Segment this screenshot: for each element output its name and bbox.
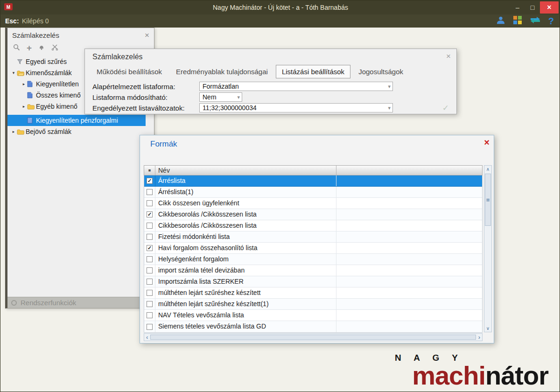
esc-action-label[interactable]: Kilépés 0 (22, 14, 49, 28)
scroll-right-icon[interactable]: › (478, 334, 480, 341)
table-row[interactable]: import számla tétel devizában (144, 265, 482, 276)
table-row[interactable]: Cikkbesorolás /Cikkösszesen lista (144, 220, 482, 231)
extra-column-header[interactable] (336, 166, 482, 175)
select-all-checkbox[interactable]: ■ (144, 166, 155, 175)
scroll-up-icon[interactable]: ∧ (486, 166, 490, 173)
sync-arrows-icon[interactable] (530, 16, 541, 26)
settings-tabs: Működési beállítások Eredményablak tulaj… (91, 65, 411, 78)
table-row[interactable]: Cikk összesen ügyfelenként (144, 198, 482, 209)
table-row[interactable]: múlthéten lejárt szűréshez készített(1) (144, 299, 482, 310)
grip-icon: ≡ (486, 196, 490, 203)
row-checkbox[interactable] (144, 198, 155, 209)
row-name: NAV Tételes vevőszámla lista (155, 310, 336, 321)
document-icon (27, 117, 36, 124)
search-icon[interactable] (13, 44, 20, 53)
table-row[interactable]: Fizetési módonkénti lista (144, 231, 482, 243)
row-checkbox[interactable]: ✓ (144, 243, 155, 253)
row-name: Cikk összesen ügyfelenként (155, 198, 336, 209)
allowed-variants-dropdown[interactable]: 11;32;3000000034 ▾ (199, 103, 393, 112)
svg-text:M: M (7, 4, 10, 9)
minimize-button[interactable]: – (510, 1, 525, 14)
table-row[interactable]: Árréslista(1) (144, 187, 482, 198)
row-checkbox[interactable] (144, 276, 155, 287)
tab-mukodesi-beallitasok[interactable]: Működési beállítások (91, 65, 168, 78)
row-name: Helységenként forgalom (155, 254, 336, 265)
vertical-scrollbar-thumb[interactable]: ≡ (485, 174, 491, 226)
table-row[interactable]: Siemens tételes vevőszámla lista GD (144, 321, 482, 332)
row-name: Havi forgalom összehasonlító lista (155, 243, 336, 253)
row-name: import számla tétel devizában (155, 265, 336, 276)
row-checkbox[interactable]: ✓ (144, 175, 155, 186)
row-checkbox[interactable] (144, 310, 155, 321)
horizontal-scrollbar[interactable]: ‹ › (144, 333, 483, 341)
allowed-variants-value: 11;32;3000000034 (203, 104, 257, 112)
tab-jogosultsagok[interactable]: Jogosultságok (352, 65, 409, 78)
logo-black-text: nátor (485, 361, 548, 390)
cut-icon[interactable] (51, 44, 58, 52)
row-name: Árréslista (155, 175, 336, 186)
table-row[interactable]: Importszámla lista SZERKER (144, 276, 482, 287)
logo-red-text: machi (412, 361, 485, 390)
tree-item-bejovo-szamlak[interactable]: ▸ Bejövő számlák (7, 126, 154, 137)
row-checkbox[interactable] (144, 187, 155, 197)
table-row[interactable]: NAV Tételes vevőszámla lista (144, 310, 482, 321)
row-checkbox[interactable] (144, 254, 155, 265)
system-functions-label: Rendszerfunkciók (21, 299, 76, 307)
table-header-row: ■ Név (144, 165, 483, 175)
folder-open-icon (17, 70, 26, 76)
table-row[interactable]: ✓ Havi forgalom összehasonlító lista (144, 243, 482, 254)
name-column-header[interactable]: Név (155, 166, 336, 175)
row-name: Cikkbesorolás /Cikkösszesen lista (155, 220, 336, 231)
vertical-scrollbar[interactable]: ∧ ≡ ∨ (484, 165, 492, 332)
row-checkbox[interactable] (144, 265, 155, 276)
window-title: Nagy Machinátor - Új kötet - a - Tóth Ba… (0, 4, 560, 11)
panel-title: Számlakezelés (12, 31, 145, 39)
add-icon[interactable]: + (27, 43, 32, 53)
row-checkbox[interactable]: ✓ (144, 209, 155, 220)
system-functions-icon (11, 300, 17, 306)
confirm-check-icon[interactable]: ✓ (442, 103, 449, 113)
settings-dialog: Számlakezelés × Működési beállítások Ere… (84, 49, 457, 114)
tab-listazasi-beallitasok[interactable]: Listázási beállítások (276, 65, 350, 78)
row-checkbox[interactable] (144, 287, 155, 298)
chevron-down-icon: ▾ (237, 94, 240, 100)
chevron-down-icon: ▾ (388, 105, 391, 111)
table-row[interactable]: múlthéten lejárt szűréshez készített (144, 287, 482, 299)
maximize-button[interactable]: □ (525, 1, 540, 14)
apps-grid-icon[interactable] (513, 15, 522, 27)
horizontal-scrollbar-thumb[interactable] (150, 335, 476, 340)
close-button[interactable]: × (540, 1, 559, 14)
tab-eredmenyablak-tulajdonsagai[interactable]: Eredményablak tulajdonságai (170, 65, 274, 78)
row-checkbox[interactable] (144, 220, 155, 231)
system-functions-bar[interactable]: Rendszerfunkciók (7, 297, 154, 308)
scroll-left-icon[interactable]: ‹ (146, 334, 148, 341)
table-row[interactable]: ✓ Cikkbesorolás /Cikkösszesen lista (144, 209, 482, 220)
row-checkbox[interactable] (144, 321, 155, 332)
table-row[interactable]: Helységenként forgalom (144, 254, 482, 265)
listform-editable-label: Listaforma módosítható: (92, 93, 199, 101)
settings-close-icon[interactable]: × (446, 52, 451, 61)
help-icon[interactable]: ? (548, 14, 554, 28)
nagy-machinator-logo: N A G Y machinátor (387, 353, 548, 388)
panel-close-icon[interactable]: × (145, 31, 149, 39)
default-listform-dropdown[interactable]: Formázatlan ▾ (199, 82, 393, 91)
tree-item-kiegyenlitetlen-penzforgalmi[interactable]: Kiegyenlítetlen pénzforgalmi (7, 115, 146, 126)
row-name: Siemens tételes vevőszámla lista GD (155, 321, 336, 332)
document-icon (27, 81, 36, 87)
listform-editable-dropdown[interactable]: Nem ▾ (199, 92, 242, 102)
forms-dialog: Formák × ■ Név ✓ Árréslista Árréslista(1… (140, 135, 494, 343)
bell-icon[interactable] (38, 44, 45, 52)
table-row[interactable]: ✓ Árréslista (144, 175, 482, 187)
user-icon[interactable] (496, 15, 505, 27)
row-name: Cikkbesorolás /Cikkösszesen lista (155, 209, 336, 220)
titlebar: M Nagy Machinátor - Új kötet - a - Tóth … (0, 0, 560, 14)
row-name: Árréslista(1) (155, 187, 336, 197)
row-checkbox[interactable] (144, 299, 155, 309)
forms-close-icon[interactable]: × (484, 137, 490, 148)
row-checkbox[interactable] (144, 231, 155, 242)
settings-dialog-title: Számlakezelés (92, 53, 143, 61)
esc-key-label: Esc: (5, 14, 19, 28)
row-name: Fizetési módonkénti lista (155, 231, 336, 242)
default-listform-value: Formázatlan (203, 83, 239, 90)
scroll-down-icon[interactable]: ∨ (486, 325, 490, 332)
